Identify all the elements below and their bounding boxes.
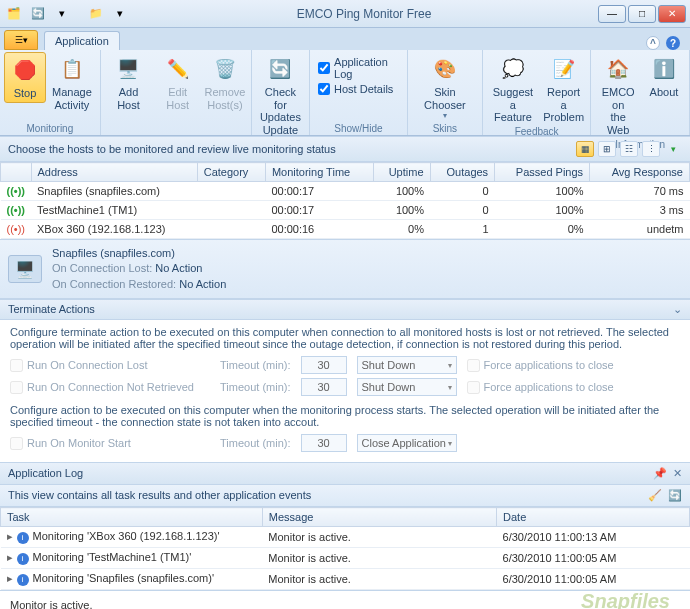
status-message: Monitor is active. [10,599,93,609]
list-item[interactable]: ▸iMonitoring 'Snapfiles (snapfiles.com)'… [1,569,690,590]
col-address[interactable]: Address [31,163,197,182]
action-start-select[interactable]: Close Application▾ [357,434,457,452]
col-message[interactable]: Message [262,508,496,527]
close-log-icon[interactable]: ✕ [673,467,682,480]
col-passed-pings[interactable]: Passed Pings [495,163,590,182]
qat-dropdown-icon[interactable]: ▾ [52,4,72,24]
minimize-button[interactable]: — [598,5,626,23]
chevron-down-icon: ▾ [448,361,452,370]
col-avg-response[interactable]: Avg Response [590,163,690,182]
tab-application[interactable]: Application [44,31,120,50]
signal-icon: ((•)) [7,223,26,235]
emco-web-label: EMCO on the Web [599,86,637,137]
run-on-lost-checkbox[interactable]: Run On Connection Lost [10,359,210,372]
app-log-checkbox[interactable]: Application Log [318,56,399,80]
info-icon: i [17,574,29,586]
ribbon: 🛑 Stop 📋 Manage Activity Monitoring 🖥️ A… [0,50,690,136]
force-close-nr-checkbox[interactable]: Force applications to close [467,381,667,394]
signal-icon: ((•)) [7,204,26,216]
host-grid: Address Category Monitoring Time Uptime … [0,162,690,239]
check-updates-button[interactable]: 🔄 Check for Updates Update [256,52,305,139]
qat-icon-2[interactable]: 🔄 [28,4,48,24]
remove-host-button[interactable]: 🗑️ Remove Host(s) [203,52,247,113]
emco-web-button[interactable]: 🏠 EMCO on the Web [595,52,641,139]
expander-icon[interactable]: ▸ [7,530,13,542]
terminate-actions-header[interactable]: Terminate Actions ⌄ [0,299,690,320]
qat-dropdown-icon-2[interactable]: ▾ [110,4,130,24]
report-problem-button[interactable]: 📝 Report a Problem [541,52,586,126]
about-icon: ℹ️ [649,54,679,84]
timeout-lost-spinner[interactable]: 30 [301,356,347,374]
minimize-ribbon-icon[interactable]: ^ [646,36,660,50]
window-title: EMCO Ping Monitor Free [130,7,598,21]
maximize-button[interactable]: □ [628,5,656,23]
about-button[interactable]: ℹ️ About [643,52,685,101]
list-item[interactable]: ▸iMonitoring 'XBox 360 (192.168.1.123)' … [1,527,690,548]
view-button-2[interactable]: ⊞ [598,141,616,157]
edit-host-icon: ✏️ [163,54,193,84]
detail-host-name: Snapfiles (snapfiles.com) [52,246,226,261]
qat-icon-1[interactable]: 🗂️ [4,4,24,24]
terminate-desc: Configure terminate action to be execute… [10,326,680,350]
col-task[interactable]: Task [1,508,263,527]
timeout-nr-spinner[interactable]: 30 [301,378,347,396]
skin-chooser-button[interactable]: 🎨 Skin Chooser ▾ [412,52,478,122]
add-host-button[interactable]: 🖥️ Add Host [105,52,152,113]
skin-chooser-label: Skin Chooser [416,86,474,111]
pin-icon[interactable]: 📌 [653,467,667,480]
edit-host-label: Edit Host [158,86,197,111]
filter-dropdown-icon[interactable]: ▾ [664,141,682,157]
grid-caption: Choose the hosts to be monitored and rev… [8,143,336,155]
close-button[interactable]: ✕ [658,5,686,23]
suggest-label: Suggest a Feature [491,86,535,124]
table-row[interactable]: ((•)) TestMachine1 (TM1) 00:00:17100% 01… [1,201,690,220]
action-lost-select[interactable]: Shut Down▾ [357,356,457,374]
view-button-3[interactable]: ☷ [620,141,638,157]
view-button-4[interactable]: ⋮ [642,141,660,157]
check-updates-label: Check for Updates Update [260,86,301,137]
stop-icon: 🛑 [10,55,40,85]
group-monitoring-label: Monitoring [4,123,96,135]
stop-label: Stop [14,87,37,100]
action-nr-select[interactable]: Shut Down▾ [357,378,457,396]
add-host-label: Add Host [109,86,148,111]
list-item[interactable]: ▸iMonitoring 'TestMachine1 (TM1)' Monito… [1,548,690,569]
palette-icon: 🎨 [430,54,460,84]
col-monitoring-time[interactable]: Monitoring Time [265,163,373,182]
refresh-icon[interactable]: 🔄 [668,489,682,502]
chevron-down-icon: ▾ [443,111,447,120]
info-icon: i [17,532,29,544]
run-on-start-checkbox[interactable]: Run On Monitor Start [10,437,210,450]
suggest-feature-button[interactable]: 💭 Suggest a Feature [487,52,539,126]
file-menu-button[interactable]: ☰▾ [4,30,38,50]
view-button-1[interactable]: ▦ [576,141,594,157]
app-log-subtitle: This view contains all task results and … [8,489,311,502]
table-row[interactable]: ((•)) Snapfiles (snapfiles.com) 00:00:17… [1,182,690,201]
host-detail-panel: 🖥️ Snapfiles (snapfiles.com) On Connecti… [0,239,690,299]
eraser-icon[interactable]: 🧹 [648,489,662,502]
host-details-checkbox[interactable]: Host Details [318,83,399,95]
activity-icon: 📋 [57,54,87,84]
stop-button[interactable]: 🛑 Stop [4,52,46,103]
qat-icon-3[interactable]: 📁 [86,4,106,24]
home-icon: 🏠 [603,54,633,84]
help-icon[interactable]: ? [666,36,680,50]
terminate-config-panel: Configure terminate action to be execute… [0,320,690,463]
force-close-lost-checkbox[interactable]: Force applications to close [467,359,667,372]
table-row[interactable]: ((•)) XBox 360 (192.168.1.123) 00:00:160… [1,220,690,239]
chevron-down-icon: ▾ [448,383,452,392]
col-category[interactable]: Category [197,163,265,182]
add-host-icon: 🖥️ [113,54,143,84]
col-outages[interactable]: Outages [430,163,495,182]
expander-icon[interactable]: ▸ [7,572,13,584]
col-date[interactable]: Date [497,508,690,527]
edit-host-button[interactable]: ✏️ Edit Host [154,52,201,113]
col-uptime[interactable]: Uptime [373,163,430,182]
group-showhide-label: Show/Hide [314,123,403,135]
grid-caption-bar: Choose the hosts to be monitored and rev… [0,136,690,162]
expander-icon[interactable]: ▸ [7,551,13,563]
run-on-nr-checkbox[interactable]: Run On Connection Not Retrieved [10,381,210,394]
manage-activity-button[interactable]: 📋 Manage Activity [48,52,96,113]
app-log-subheader: This view contains all task results and … [0,485,690,507]
timeout-start-spinner[interactable]: 30 [301,434,347,452]
